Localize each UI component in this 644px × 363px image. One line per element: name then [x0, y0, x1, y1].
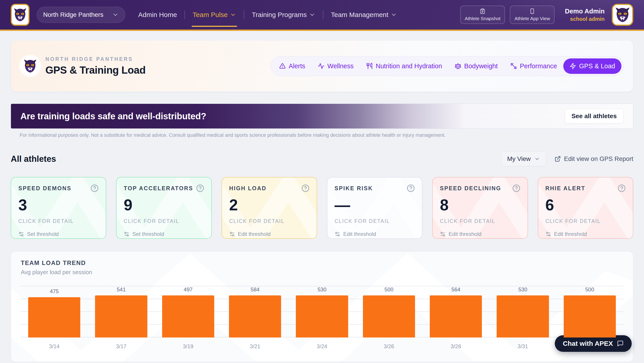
chart-subtitle: Avg player load per session	[21, 269, 623, 276]
x-axis-label: 3/26	[356, 343, 422, 349]
team-avatar	[20, 56, 40, 76]
bar[interactable]	[28, 297, 80, 338]
edit-threshold-button[interactable]: Edit threshold	[546, 231, 626, 237]
x-axis-label: 3/24	[288, 343, 355, 349]
x-axis-label: 3/17	[88, 343, 154, 349]
stat-cards-row: SPEED DEMONS 3 CLICK FOR DETAIL Set thre…	[11, 177, 633, 239]
utensils-icon	[366, 63, 373, 69]
tab-gps-load[interactable]: GPS & Load	[563, 58, 622, 74]
panther-logo-icon	[13, 8, 27, 22]
set-threshold-button[interactable]: Set threshold	[18, 231, 98, 237]
chevron-down-icon	[391, 12, 397, 18]
bar[interactable]	[162, 295, 214, 337]
bar-slot: 500	[356, 286, 422, 337]
sliders-icon	[18, 231, 24, 237]
stat-detail-hint: CLICK FOR DETAIL	[334, 218, 415, 224]
bar[interactable]	[497, 295, 549, 337]
help-circle-icon[interactable]	[90, 184, 98, 192]
bar[interactable]	[95, 295, 147, 337]
set-threshold-button[interactable]: Set threshold	[124, 231, 204, 237]
stat-card-top-accelerators[interactable]: TOP ACCELERATORS 9 CLICK FOR DETAIL Set …	[116, 177, 212, 239]
bar[interactable]	[229, 295, 281, 337]
user-role: school admin	[565, 16, 605, 22]
help-circle-icon[interactable]	[407, 184, 415, 192]
athlete-app-view-button[interactable]: Athlete App View	[510, 6, 554, 24]
bar-value-label: 530	[518, 286, 527, 293]
stat-value: —	[334, 197, 415, 213]
section-title: All athletes	[11, 154, 501, 164]
stat-card-speed-declining[interactable]: SPEED DECLINING 8 CLICK FOR DETAIL Edit …	[432, 177, 528, 239]
help-circle-icon[interactable]	[512, 184, 520, 192]
page-title: GPS & Training Load	[46, 64, 146, 76]
tab-performance[interactable]: Performance	[504, 58, 563, 74]
stat-card-rhie-alert[interactable]: RHIE ALERT 6 CLICK FOR DETAIL Edit thres…	[538, 177, 633, 239]
bar-value-label: 530	[318, 286, 326, 293]
tab-alerts[interactable]: Alerts	[273, 58, 312, 74]
tab-nutrition-hydration[interactable]: Nutrition and Hydration	[360, 58, 448, 74]
team-selector-dropdown[interactable]: North Ridge Panthers	[37, 7, 125, 23]
bar-slot: 475	[21, 286, 88, 337]
team-name-eyebrow: NORTH RIDGE PANTHERS	[46, 56, 146, 62]
chevron-down-icon	[230, 12, 236, 18]
help-circle-icon[interactable]	[618, 184, 626, 192]
tab-bodyweight[interactable]: Bodyweight	[448, 58, 504, 74]
bar-value-label: 497	[184, 286, 192, 293]
stat-card-high-load[interactable]: HIGH LOAD 2 CLICK FOR DETAIL Edit thresh…	[222, 177, 317, 239]
edit-threshold-button[interactable]: Edit threshold	[229, 231, 310, 237]
stat-value: 6	[546, 197, 626, 213]
chat-with-apex-button[interactable]: Chat with APEX	[555, 335, 632, 352]
x-axis-label: 3/19	[155, 343, 222, 349]
nav-item-team-management[interactable]: Team Management	[323, 0, 404, 30]
x-axis-label: 3/14	[21, 343, 88, 349]
see-all-athletes-button[interactable]: See all athletes	[564, 109, 624, 124]
x-axis-label: 3/31	[489, 343, 556, 349]
sliders-icon	[440, 231, 446, 237]
smartphone-icon	[529, 8, 535, 14]
stat-detail-hint: CLICK FOR DETAIL	[229, 218, 310, 224]
view-selector-dropdown[interactable]: My View	[501, 152, 546, 166]
chevron-down-icon	[534, 156, 540, 162]
bar-slot: 497	[155, 286, 222, 337]
stat-value: 2	[229, 197, 310, 213]
help-circle-icon[interactable]	[196, 184, 204, 192]
panther-logo-icon	[614, 7, 630, 23]
athlete-snapshot-button[interactable]: Athlete Snapshot	[460, 6, 505, 24]
bar[interactable]	[430, 295, 482, 337]
nav-item-admin-home[interactable]: Admin Home	[130, 0, 184, 30]
chart-title: TEAM LOAD TREND	[21, 260, 623, 266]
bar-plot: 475541497584530500564530500	[21, 286, 623, 337]
bar-value-label: 500	[585, 286, 594, 293]
team-load-trend-card: TEAM LOAD TREND Avg player load per sess…	[11, 251, 633, 362]
stat-value: 9	[124, 197, 204, 213]
sliders-icon	[124, 231, 130, 237]
page-header-card: NORTH RIDGE PANTHERS GPS & Training Load…	[11, 40, 633, 92]
bar-value-label: 564	[452, 286, 460, 293]
stat-card-spike-risk[interactable]: SPIKE RISK — CLICK FOR DETAIL Edit thres…	[327, 177, 422, 239]
stat-detail-hint: CLICK FOR DETAIL	[18, 218, 98, 224]
stat-card-speed-demons[interactable]: SPEED DEMONS 3 CLICK FOR DETAIL Set thre…	[11, 177, 106, 239]
primary-nav: Admin Home Team Pulse Training Programs …	[130, 0, 404, 30]
bar-slot: 530	[489, 286, 556, 337]
nav-item-training-programs[interactable]: Training Programs	[244, 0, 323, 30]
bar-value-label: 500	[384, 286, 393, 293]
question-banner: Are training loads safe and well-distrib…	[11, 104, 633, 129]
team-logo[interactable]	[11, 4, 30, 26]
bar-slot: 584	[222, 286, 288, 337]
user-avatar[interactable]	[612, 4, 633, 26]
edit-view-link[interactable]: Edit view on GPS Report	[554, 155, 633, 162]
top-navbar: North Ridge Panthers Admin Home Team Pul…	[0, 0, 644, 31]
sliders-icon	[334, 231, 340, 237]
category-tabs: Alerts Wellness Nutrition and Hydration …	[270, 56, 624, 76]
dumbbell-icon	[510, 63, 517, 69]
x-axis: 3/143/173/193/213/243/263/283/314/2	[21, 337, 623, 349]
edit-threshold-button[interactable]: Edit threshold	[334, 231, 415, 237]
bar[interactable]	[564, 295, 616, 337]
edit-threshold-button[interactable]: Edit threshold	[440, 231, 520, 237]
stat-detail-hint: CLICK FOR DETAIL	[440, 218, 520, 224]
sliders-icon	[546, 231, 551, 237]
bar[interactable]	[363, 295, 415, 337]
bar[interactable]	[296, 295, 348, 337]
nav-item-team-pulse[interactable]: Team Pulse	[185, 0, 244, 30]
help-circle-icon[interactable]	[302, 184, 310, 192]
tab-wellness[interactable]: Wellness	[312, 58, 360, 74]
